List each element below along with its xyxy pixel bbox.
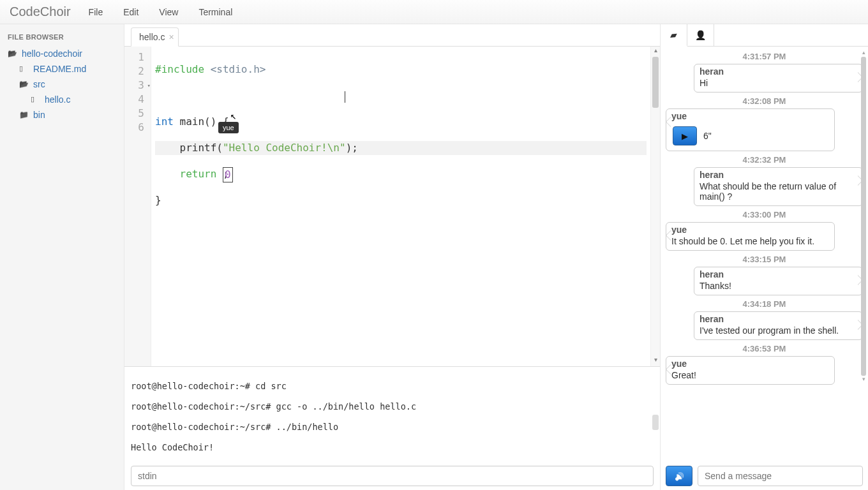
center-pane: hello.c × 1 2 3 4 5 6 #include <stdio.h>…	[124, 24, 661, 490]
editor-tab-hello-c[interactable]: hello.c ×	[131, 27, 179, 47]
code-token: #include	[155, 63, 204, 75]
file-icon	[19, 64, 29, 73]
voice-record-button[interactable]	[666, 466, 692, 486]
folder-icon	[19, 110, 29, 119]
chat-input[interactable]	[698, 466, 863, 486]
chat-message: heran What should be the return value of…	[694, 167, 863, 206]
chat-message: heran I've tested our program in the she…	[694, 311, 863, 340]
tree-item-label: src	[33, 79, 45, 89]
chat-text: Hi	[700, 78, 857, 88]
file-browser-sidebar: FILE BROWSER hello-codechoir README.md s…	[0, 24, 124, 490]
chat-timestamp: 4:33:00 PM	[666, 210, 863, 219]
chat-timestamp: 4:31:57 PM	[666, 52, 863, 61]
chat-scrollbar[interactable]: ▴ ▾	[860, 49, 867, 459]
line-number: 1	[124, 50, 144, 64]
scroll-thumb[interactable]	[652, 57, 659, 108]
app-brand: CodeChoir	[10, 4, 71, 19]
tree-item-label: bin	[33, 110, 45, 120]
menu-view[interactable]: View	[159, 7, 178, 17]
tree-item-hello-c[interactable]: hello.c	[8, 92, 121, 107]
code-token	[216, 168, 223, 180]
menubar: CodeChoir File Edit View Terminal	[0, 0, 868, 24]
chat-timestamp: 4:32:32 PM	[666, 155, 863, 165]
menu-file[interactable]: File	[89, 7, 103, 17]
folder-open-icon	[8, 49, 18, 58]
stdin-input[interactable]	[131, 466, 654, 486]
chat-message: heran Hi	[694, 64, 863, 93]
tree-item-readme[interactable]: README.md	[8, 61, 121, 77]
chat-sender: heran	[700, 269, 857, 279]
menu: File Edit View Terminal	[89, 7, 253, 17]
editor-caret	[345, 91, 345, 103]
chat-text: What should be the return value of main(…	[700, 181, 857, 202]
code-token: printf(	[155, 142, 223, 154]
chat-message: yue Great!	[666, 356, 835, 385]
chat-input-row	[661, 462, 868, 490]
terminal-line: root@hello-codechoir:~/src# ../bin/hello	[131, 422, 654, 432]
chat-timestamp: 4:36:53 PM	[666, 344, 863, 353]
chat-sender: yue	[671, 225, 829, 235]
line-number: 6	[124, 121, 144, 135]
chat-sender: heran	[700, 314, 857, 324]
chat-tab-messages[interactable]	[661, 24, 687, 47]
collab-user-tooltip: yue	[218, 122, 239, 133]
play-button[interactable]	[673, 126, 697, 145]
editor-scrollbar[interactable]: ▴ ▾	[650, 47, 660, 366]
line-number: 2	[124, 64, 144, 78]
editor-gutter: 1 2 3 4 5 6	[124, 47, 151, 366]
chat-message: yue It should be 0. Let me help you fix …	[666, 222, 835, 251]
terminal-line: Hello CodeChoir!	[131, 442, 654, 452]
tree-item-bin[interactable]: bin	[8, 107, 121, 122]
tree-item-src[interactable]: src	[8, 77, 121, 92]
code-token: }	[155, 194, 161, 206]
chat-message: heran Thanks!	[694, 267, 863, 295]
tree-item-label: hello-codechoir	[22, 48, 82, 59]
code-editor[interactable]: 1 2 3 4 5 6 #include <stdio.h> int main(…	[124, 47, 660, 366]
chat-text: Thanks!	[700, 281, 857, 291]
chat-timestamp: 4:32:08 PM	[666, 96, 863, 106]
chat-icon	[670, 30, 677, 40]
tree-item-label: hello.c	[45, 94, 70, 105]
chat-sender: yue	[671, 359, 829, 369]
chat-tab-users[interactable]	[687, 24, 714, 46]
code-token: "Hello CodeChoir!\n"	[223, 142, 346, 154]
code-token: return	[180, 168, 217, 180]
terminal-scroll-thumb[interactable]	[652, 415, 659, 430]
line-number: 5	[124, 107, 144, 121]
tree-item-label: README.md	[33, 64, 86, 74]
chat-text: It should be 0. Let me help you fix it.	[671, 236, 829, 246]
scroll-down-icon[interactable]: ▾	[651, 356, 660, 366]
code-token: int	[155, 115, 174, 128]
stdin-bar	[124, 462, 660, 490]
scroll-up-icon[interactable]: ▴	[651, 47, 660, 57]
folder-open-icon	[19, 80, 29, 89]
code-token: <stdio.h>	[204, 63, 266, 75]
chat-panel: 4:31:57 PM heran Hi 4:32:08 PM yue 6" 4:…	[661, 24, 868, 490]
file-icon	[31, 95, 41, 104]
file-tree: hello-codechoir README.md src hello.c bi…	[0, 45, 124, 122]
close-icon[interactable]: ×	[168, 34, 174, 40]
terminal-line: root@hello-codechoir:~/src# gcc -o ../bi…	[131, 401, 654, 412]
voice-duration: 6"	[703, 131, 712, 141]
scroll-thumb[interactable]	[861, 57, 866, 376]
scroll-up-icon[interactable]: ▴	[860, 49, 867, 57]
scroll-down-icon[interactable]: ▾	[860, 376, 867, 383]
editor-tabs: hello.c ×	[124, 24, 660, 47]
play-icon	[682, 131, 688, 141]
chat-voice-message: yue 6"	[666, 108, 835, 151]
menu-edit[interactable]: Edit	[123, 7, 138, 17]
tree-item-project-root[interactable]: hello-codechoir	[8, 46, 121, 61]
collab-cursor-marker: 0	[223, 167, 233, 182]
line-number: 4	[124, 93, 144, 107]
code-area[interactable]: #include <stdio.h> int main() { printf("…	[151, 47, 650, 366]
terminal[interactable]: root@hello-codechoir:~# cd src root@hell…	[124, 366, 660, 462]
terminal-line: root@hello-codechoir:~# cd src	[131, 381, 654, 391]
code-token: );	[346, 142, 358, 154]
speaker-icon	[675, 471, 684, 481]
code-token	[155, 168, 180, 180]
chat-text: I've tested our program in the shell.	[700, 325, 857, 336]
menu-terminal[interactable]: Terminal	[198, 7, 232, 17]
editor-tab-label: hello.c	[139, 32, 165, 42]
chat-sender: heran	[700, 66, 857, 77]
file-browser-header: FILE BROWSER	[0, 29, 124, 45]
